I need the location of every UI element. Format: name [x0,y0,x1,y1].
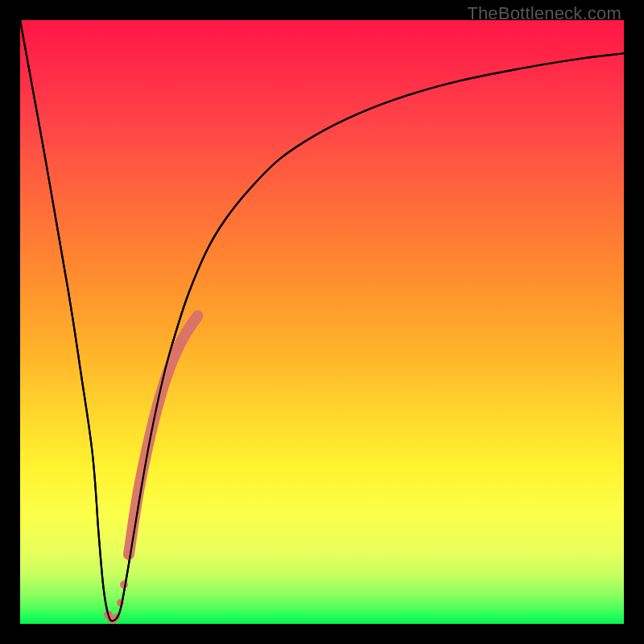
plot-area [20,20,624,624]
chart-frame: TheBottleneck.com [0,0,644,644]
hotspot-dot [125,550,134,559]
curve-layer [20,20,624,624]
hotspot-overlay-under [129,316,198,555]
bottleneck-curve-top [20,20,624,621]
bottleneck-curve [20,20,624,621]
